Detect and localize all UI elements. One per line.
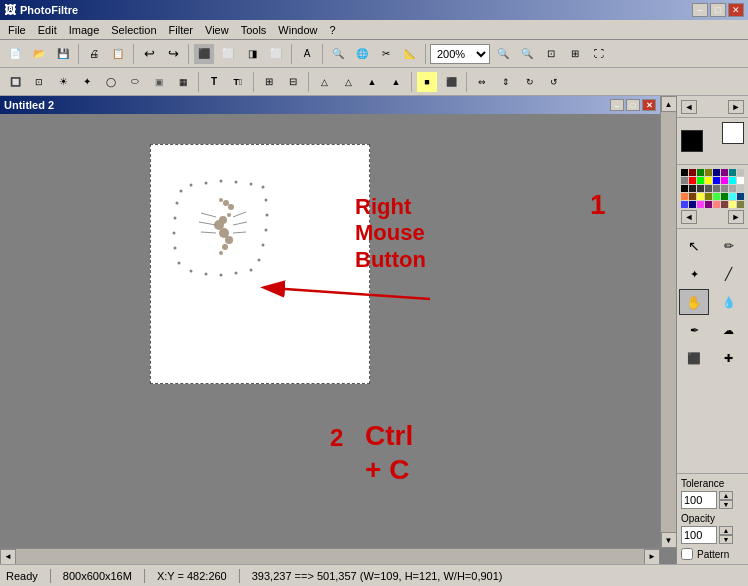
menu-file[interactable]: File [2,22,32,38]
palette-color-cell[interactable] [697,185,704,192]
palette-color-cell[interactable] [681,193,688,200]
print2-button[interactable]: 📋 [107,43,129,65]
tb2-tri3[interactable]: ▲ [361,71,383,93]
tool-line[interactable]: ╱ [714,261,744,287]
palette-color-cell[interactable] [729,193,736,200]
palette-color-cell[interactable] [689,177,696,184]
tool-magic-wand[interactable]: ✦ [679,261,709,287]
tool-hand[interactable]: ✋ [679,289,709,315]
palette-color-cell[interactable] [689,193,696,200]
palette-color-cell[interactable] [737,201,744,208]
menu-window[interactable]: Window [272,22,323,38]
undo-button[interactable]: ↩ [138,43,160,65]
canvas-wrapper[interactable]: Untitled 2 – □ ✕ [0,96,676,564]
opacity-up[interactable]: ▲ [719,526,733,535]
palette-color-cell[interactable] [721,201,728,208]
palette-right[interactable]: ► [728,210,744,224]
palette-color-cell[interactable] [705,177,712,184]
tool7-button[interactable]: 🌐 [351,43,373,65]
tool-blur[interactable]: ☁ [714,317,744,343]
tolerance-input[interactable] [681,491,717,509]
palette-color-cell[interactable] [729,201,736,208]
palette-color-cell[interactable] [681,201,688,208]
palette-color-cell[interactable] [737,193,744,200]
panel-arrow-left[interactable]: ◄ [681,100,697,114]
tb2-grid[interactable]: ⊞ [258,71,280,93]
doc-close[interactable]: ✕ [642,99,656,111]
open-button[interactable]: 📂 [28,43,50,65]
palette-color-cell[interactable] [689,169,696,176]
palette-color-cell[interactable] [721,169,728,176]
tool2-button[interactable]: ⬜ [217,43,239,65]
zoom-out-button[interactable]: 🔍 [516,43,538,65]
tb2-3[interactable]: ☀ [52,71,74,93]
tb2-T2[interactable]: T⃝ [227,71,249,93]
tb2-color2[interactable]: ⬛ [440,71,462,93]
new-button[interactable]: 📄 [4,43,26,65]
palette-color-cell[interactable] [697,201,704,208]
tool-eyedropper[interactable]: 💧 [714,289,744,315]
doc-minimize[interactable]: – [610,99,624,111]
palette-color-cell[interactable] [681,177,688,184]
tool-bucket[interactable]: ⬛ [679,345,709,371]
zoom-fit-button[interactable]: ⊡ [540,43,562,65]
menu-edit[interactable]: Edit [32,22,63,38]
palette-color-cell[interactable] [689,201,696,208]
palette-color-cell[interactable] [705,201,712,208]
tb2-mirror2[interactable]: ⇕ [495,71,517,93]
palette-color-cell[interactable] [713,169,720,176]
panel-arrow-right[interactable]: ► [728,100,744,114]
tolerance-down[interactable]: ▼ [719,500,733,509]
tb2-8[interactable]: ▦ [172,71,194,93]
scroll-down-button[interactable]: ▼ [661,532,677,548]
palette-color-cell[interactable] [713,185,720,192]
close-button[interactable]: ✕ [728,3,744,17]
zoom-in-button[interactable]: 🔍 [492,43,514,65]
menu-filter[interactable]: Filter [163,22,199,38]
tool6-button[interactable]: 🔍 [327,43,349,65]
horizontal-scrollbar[interactable]: ◄ ► [0,548,660,564]
fullscreen-button[interactable]: ⛶ [588,43,610,65]
tb2-rotate2[interactable]: ↺ [543,71,565,93]
palette-color-cell[interactable] [729,169,736,176]
tb2-6[interactable]: ⬭ [124,71,146,93]
save-button[interactable]: 💾 [52,43,74,65]
palette-color-cell[interactable] [681,169,688,176]
palette-color-cell[interactable] [721,177,728,184]
palette-color-cell[interactable] [697,193,704,200]
palette-color-cell[interactable] [737,177,744,184]
tool4-button[interactable]: ⬜ [265,43,287,65]
tb2-2[interactable]: ⊡ [28,71,50,93]
palette-color-cell[interactable] [705,193,712,200]
palette-color-cell[interactable] [697,177,704,184]
menu-view[interactable]: View [199,22,235,38]
palette-color-cell[interactable] [689,185,696,192]
palette-color-cell[interactable] [729,177,736,184]
tb2-rotate1[interactable]: ↻ [519,71,541,93]
palette-left[interactable]: ◄ [681,210,697,224]
tool-pointer[interactable]: ↖ [679,233,709,259]
tb2-1[interactable]: 🔲 [4,71,26,93]
scroll-track-h[interactable] [16,549,644,564]
tool8-button[interactable]: ✂ [375,43,397,65]
scroll-up-button[interactable]: ▲ [661,96,677,112]
tool9-button[interactable]: 📐 [399,43,421,65]
opacity-input[interactable] [681,526,717,544]
print-button[interactable]: 🖨 [83,43,105,65]
doc-maximize[interactable]: □ [626,99,640,111]
foreground-color-swatch[interactable] [681,130,703,152]
zoom-select[interactable]: 200% 100% 50% 300% [430,44,490,64]
tool5-button[interactable]: A [296,43,318,65]
tool-pencil[interactable]: ✒ [679,317,709,343]
tb2-color1[interactable]: ■ [416,71,438,93]
scroll-left-button[interactable]: ◄ [0,549,16,565]
scroll-right-button[interactable]: ► [644,549,660,565]
tb2-tri2[interactable]: △ [337,71,359,93]
palette-color-cell[interactable] [681,185,688,192]
scroll-track-v[interactable] [661,112,676,532]
pattern-checkbox[interactable] [681,548,693,560]
palette-color-cell[interactable] [737,169,744,176]
maximize-button[interactable]: □ [710,3,726,17]
tb2-4[interactable]: ✦ [76,71,98,93]
palette-color-cell[interactable] [713,177,720,184]
